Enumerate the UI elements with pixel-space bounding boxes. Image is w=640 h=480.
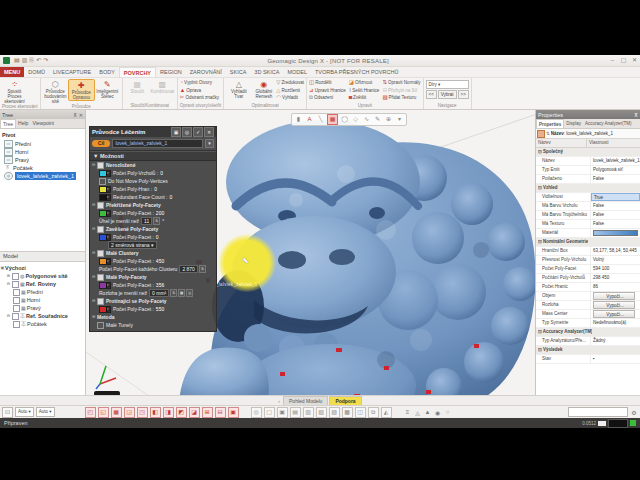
nav-select-button[interactable]: Vybrat (438, 90, 457, 99)
tab-scroll-left-icon[interactable]: ‹ (278, 397, 280, 405)
property-row[interactable]: Názevlovek_lalviek_zalviek_1 (536, 157, 640, 166)
color-swatch[interactable]: ▾ (99, 210, 111, 217)
property-row[interactable]: Typ EntitPolygonová síť (536, 166, 640, 175)
wizard-header[interactable]: Průvodce Léčením ▣ ◎ ✓ ✕ (90, 127, 216, 137)
wizard-options-section[interactable]: ▼ Možnosti (90, 151, 216, 161)
oriznout-button[interactable]: ◪Oříznout (349, 79, 380, 87)
close-button[interactable]: ✕ (629, 55, 640, 66)
checkbox[interactable] (97, 250, 104, 257)
color-swatch[interactable]: ▾ (99, 282, 111, 289)
visibility-checkbox[interactable] (13, 297, 20, 304)
properties-pin-icon[interactable]: ⊼ (634, 112, 638, 118)
tab-accuracy-analyzer[interactable]: Accuracy Analyzer(TM) (583, 119, 634, 128)
tree-item-pocatek[interactable]: ⏄Počátek (1, 164, 84, 172)
section-row[interactable]: ⊟ Výsledek (536, 346, 640, 355)
ok-button[interactable]: ✓ (193, 127, 203, 137)
tree-close-icon[interactable]: ✕ (79, 112, 83, 118)
tree-item-horni[interactable]: ▭Horní (1, 148, 84, 156)
property-row[interactable]: Typ SymetrieNedefinováno(á) (536, 319, 640, 328)
group-male-facety[interactable]: ⊟Malé Poly-Facety (90, 273, 216, 281)
target-add-button[interactable]: ▾ (205, 139, 214, 148)
view-orientation-icon[interactable]: ⊡ (2, 407, 13, 418)
tab-livecapture[interactable]: LIVECAPTURE (49, 67, 95, 77)
property-row[interactable]: Počítání Poly-Vrcholů298 450 (536, 274, 640, 283)
globalni-remesh-button[interactable]: ◉ Globální Remesh (251, 79, 276, 99)
sloucit-button[interactable]: ▦ Sloučit (125, 79, 150, 94)
group-male-tunely[interactable]: Malé Tunely (90, 321, 216, 331)
spinner[interactable]: ⇅ (199, 265, 206, 273)
tab-domu[interactable]: DOMŮ (24, 67, 49, 77)
spinner[interactable]: ⇅ (170, 289, 177, 297)
pan-icon[interactable]: ▤ (290, 407, 301, 418)
viewport-canvas[interactable]: ▮ A ╲ ▦ ◯ ◇ ∿ ✎ ⊕ ▾ ⬉ lovek_lalviek_zalv… (86, 110, 535, 395)
model-node-polygon[interactable]: ⊞◍Polygonové sítě (6, 272, 85, 280)
select-polygon-icon[interactable]: ◇ (351, 115, 360, 124)
property-row[interactable]: Přesnost Poly-VrcholuVolný (536, 256, 640, 265)
section-row[interactable]: ⊟ Nominální Geometrie (536, 238, 640, 247)
view-mode-dropdown[interactable]: Auto ▾ (15, 407, 34, 417)
color-swatch[interactable]: ▾ (99, 170, 111, 177)
cluster-input[interactable]: 2 870 (179, 265, 198, 273)
property-row[interactable]: Stav▪ (536, 355, 640, 364)
tab-help[interactable]: Help (16, 119, 30, 128)
kombinovat-button[interactable]: ▩ Kombinovat (150, 79, 175, 94)
view-right-icon[interactable]: ▩ (342, 407, 353, 418)
tab-menu[interactable]: MENU (0, 67, 24, 77)
color-swatch[interactable]: ▾ (99, 186, 111, 193)
checkbox[interactable] (97, 274, 104, 281)
model-node-souradnice[interactable]: ⊟⏄Ref. Souřadnice (6, 312, 85, 320)
nav-prev-button[interactable]: << (426, 90, 437, 99)
property-row[interactable]: Má Barvu VrcholuFalse (536, 202, 640, 211)
checkbox[interactable] (97, 202, 104, 209)
display-plane-icon[interactable]: ⊞ (202, 407, 213, 418)
odstranit-znacky-button[interactable]: ✂Odstranit značky (180, 94, 219, 102)
tree-pin-icon[interactable]: ⊼ (73, 112, 77, 118)
visibility-checkbox[interactable] (12, 313, 19, 320)
select-flood-icon[interactable]: ⊕ (384, 115, 393, 124)
measure-icon[interactable]: ◎ (186, 289, 193, 297)
compute-masscenter-button[interactable]: Vypočí... (593, 310, 635, 318)
tab-pohled-modelu[interactable]: Pohled Modelu (283, 396, 328, 405)
property-row[interactable]: Hraniční Box63,177; 58,14; 50,445 (536, 247, 640, 256)
target-pill[interactable]: Cíl (92, 140, 110, 147)
spinner[interactable]: ⇅ (153, 217, 160, 225)
vyplnit-otvory-button[interactable]: ◔Vyplnit Otvory (180, 79, 219, 87)
open-icon[interactable]: ▤ (14, 55, 20, 66)
sort-icon[interactable]: ⇅ (546, 131, 550, 136)
zoom-fit-icon[interactable]: ▢ (264, 407, 275, 418)
pruvodce-opravou-button[interactable]: ✚ Průvodce Opravou (68, 79, 95, 101)
maximize-button[interactable]: ▢ (618, 55, 629, 66)
select-paint-icon[interactable]: ✎ (373, 115, 382, 124)
group-prekrizene[interactable]: ⊟Překřížené Poly-Facety (90, 201, 216, 209)
zvetsit-button[interactable]: ◙Zvětšit (349, 94, 380, 102)
zoom-icon[interactable]: ◎ (251, 407, 262, 418)
view-iso-icon[interactable]: ◫ (355, 407, 366, 418)
rotate-icon[interactable]: ▥ (303, 407, 314, 418)
compute-volume-button[interactable]: Vypočí... (593, 292, 635, 300)
section-row[interactable]: ⊟ Vzhled (536, 184, 640, 193)
checkbox[interactable] (97, 322, 104, 329)
deviation-icon[interactable]: ◬ (414, 409, 422, 416)
tab-tvorba-povrchu[interactable]: TVORBA PŘESNÝCH POVRCHŮ (311, 67, 402, 77)
undo-icon[interactable]: ↶ (36, 55, 41, 66)
preview-icon[interactable]: ◎ (182, 127, 192, 137)
property-row[interactable]: Počet Hranic86 (536, 283, 640, 292)
vyhladit-tvar-button[interactable]: △ Vyhladit Tvar (226, 79, 251, 99)
display-texture-icon[interactable]: ◨ (163, 407, 174, 418)
color-swatch[interactable]: ▾ (99, 194, 111, 201)
model-item-pocatek[interactable]: ⏄Počátek (12, 320, 85, 328)
view-front-icon[interactable]: ▧ (316, 407, 327, 418)
tab-zarovnani[interactable]: ZAROVNÁNÍ (186, 67, 226, 77)
tab-region[interactable]: REGION (156, 67, 186, 77)
display-shaded-icon[interactable]: ◰ (85, 407, 96, 418)
rozdelit-button[interactable]: ◫Rozdělit (309, 79, 346, 87)
tree-item-predni[interactable]: ▭Přední (1, 140, 84, 148)
model-item-pravy[interactable]: ▦Pravý (12, 304, 85, 312)
tree-item-pravy[interactable]: ▭Pravý (1, 156, 84, 164)
pruvodce-budovanim-button[interactable]: ⬡ Průvodce budováním sítě (43, 79, 68, 104)
tab-viewpoint[interactable]: Viewpoint (30, 119, 56, 128)
display-region-icon[interactable]: ◳ (137, 407, 148, 418)
target-mesh-dropdown[interactable]: lovek_lalviek_zalviek_1 (112, 139, 203, 148)
model-root[interactable]: ▣Výchozí (0, 264, 85, 272)
odsazeni-button[interactable]: ⧉Odsazení (309, 94, 346, 102)
